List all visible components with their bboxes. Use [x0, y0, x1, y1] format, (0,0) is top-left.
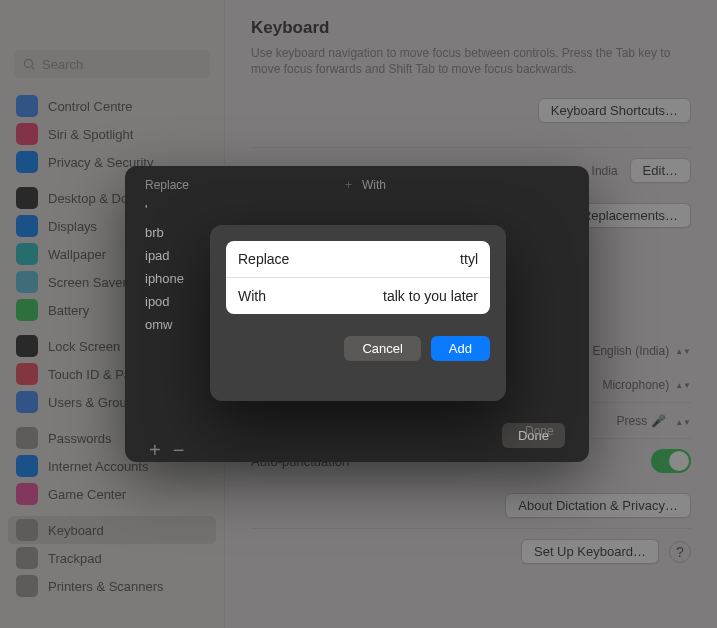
replace-field-label: Replace	[238, 251, 289, 267]
with-field-value[interactable]: talk to you later	[383, 288, 478, 304]
replace-field-value[interactable]: ttyl	[460, 251, 478, 267]
add-replacement-dialog: Replace ttyl With talk to you later Canc…	[210, 225, 506, 401]
with-field-label: With	[238, 288, 266, 304]
bg-done-label: Done	[525, 424, 554, 438]
cancel-button[interactable]: Cancel	[344, 336, 420, 361]
add-button[interactable]: Add	[431, 336, 490, 361]
